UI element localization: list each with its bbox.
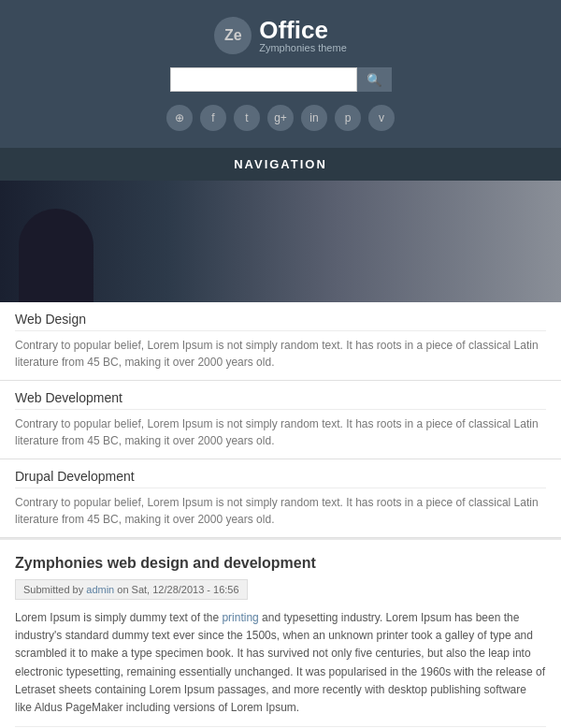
main-content: Web Design Contrary to popular belief, L… [0, 302, 561, 728]
article-date: Sat, 12/28/2013 - 16:56 [132, 584, 239, 595]
service-block-web-design: Web Design Contrary to popular belief, L… [0, 302, 561, 381]
printing-link[interactable]: printing [222, 611, 258, 624]
pinterest-icon[interactable]: p [335, 105, 361, 131]
googleplus-icon[interactable]: g+ [267, 105, 294, 131]
search-button[interactable]: 🔍 [357, 67, 392, 92]
header: Ze Office Zymphonies theme 🔍 ⊕ f t g+ in… [0, 0, 561, 148]
vimeo-icon[interactable]: v [368, 105, 395, 131]
search-bar: 🔍 [19, 67, 542, 92]
article-body: Lorem Ipsum is simply dummy text of the … [15, 609, 546, 717]
search-input[interactable] [170, 67, 357, 92]
logo-area: Ze Office Zymphonies theme [19, 17, 542, 54]
navigation-label: NAVIGATION [234, 157, 327, 171]
linkedin-icon[interactable]: in [301, 105, 327, 131]
logo-icon: Ze [214, 17, 252, 54]
service-title-web-design: Web Design [15, 312, 546, 331]
service-block-web-development: Web Development Contrary to popular beli… [0, 381, 561, 459]
facebook-icon[interactable]: f [200, 105, 226, 131]
service-title-web-development: Web Development [15, 390, 546, 410]
hero-image [0, 181, 561, 302]
service-text-drupal: Contrary to popular belief, Lorem Ipsum … [15, 494, 546, 528]
article-section: Zymphonies web design and development Su… [0, 538, 561, 728]
social-icons-bar: ⊕ f t g+ in p v [19, 105, 542, 131]
article-meta: Submitted by admin on Sat, 12/28/2013 - … [15, 579, 248, 600]
site-subtitle: Zymphonies theme [259, 42, 347, 53]
logo-text: Office Zymphonies theme [259, 18, 347, 53]
article-title: Zymphonies web design and development [15, 555, 546, 572]
service-text-web-design: Contrary to popular belief, Lorem Ipsum … [15, 337, 546, 371]
service-title-drupal: Drupal Development [15, 469, 546, 488]
service-block-drupal: Drupal Development Contrary to popular b… [0, 459, 561, 538]
twitter-icon[interactable]: t [234, 105, 260, 131]
site-title: Office [259, 18, 347, 42]
navigation-bar[interactable]: NAVIGATION [0, 148, 561, 181]
author-link[interactable]: admin [86, 584, 114, 595]
service-text-web-development: Contrary to popular belief, Lorem Ipsum … [15, 415, 546, 449]
rss-icon[interactable]: ⊕ [166, 105, 193, 131]
